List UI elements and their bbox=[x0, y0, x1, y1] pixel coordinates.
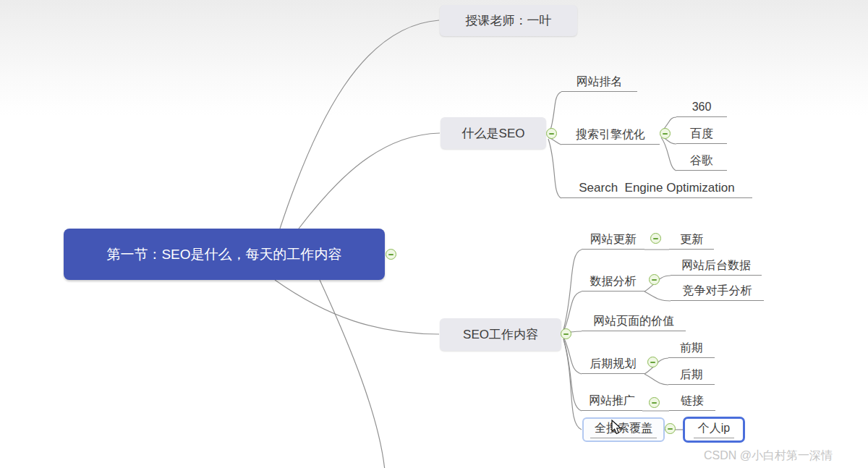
mouse-cursor-icon bbox=[611, 420, 623, 435]
root-topic[interactable]: 第一节：SEO是什么，每天的工作内容 bbox=[64, 229, 385, 280]
wire-lp-later bbox=[644, 374, 668, 385]
wire-root-offscreen bbox=[320, 280, 385, 468]
mindmap-canvas[interactable]: 第一节：SEO是什么，每天的工作内容 授课老师：一叶 什么是SEO 网站排名 搜… bbox=[0, 0, 868, 468]
wire-da-competitor bbox=[644, 292, 671, 301]
topic-links[interactable]: 链接 bbox=[669, 392, 715, 411]
topic-engine-360[interactable]: 360 bbox=[676, 98, 727, 117]
collapse-icon[interactable] bbox=[650, 233, 661, 244]
wire-opt-google bbox=[661, 137, 676, 171]
topic-seo-english[interactable]: Search Engine Optimization bbox=[561, 179, 752, 198]
topic-site-update[interactable]: 网站更新 bbox=[582, 231, 644, 250]
topic-teacher-label: 授课老师：一叶 bbox=[466, 12, 552, 29]
watermark: CSDN @小白村第一深情 bbox=[704, 448, 833, 464]
wire-root-teacher bbox=[280, 20, 439, 229]
topic-engine-google[interactable]: 谷歌 bbox=[676, 152, 727, 171]
topic-teacher[interactable]: 授课老师：一叶 bbox=[440, 5, 577, 36]
topic-later-stage[interactable]: 后期 bbox=[668, 366, 715, 385]
topic-full-search-coverage-label: 全搜索覆盖 bbox=[590, 421, 657, 438]
wire-wis-seo-english bbox=[548, 139, 561, 198]
wire-work-site-update bbox=[563, 250, 582, 330]
collapse-icon[interactable] bbox=[660, 128, 671, 139]
collapse-icon[interactable] bbox=[665, 423, 676, 434]
topic-personal-ip[interactable]: 个人ip bbox=[683, 417, 745, 443]
wire-work-later-planning bbox=[563, 337, 582, 374]
collapse-icon[interactable] bbox=[561, 328, 571, 339]
topic-update[interactable]: 更新 bbox=[669, 231, 714, 250]
topic-later-planning[interactable]: 后期规划 bbox=[582, 355, 644, 374]
wire-work-site-promotion bbox=[563, 339, 582, 411]
collapse-icon[interactable] bbox=[647, 357, 658, 367]
topic-backend-data[interactable]: 网站后台数据 bbox=[671, 257, 762, 276]
topic-what-is-seo[interactable]: 什么是SEO bbox=[441, 117, 546, 149]
collapse-icon[interactable] bbox=[386, 249, 396, 260]
wire-work-data-analysis bbox=[563, 292, 582, 331]
topic-page-value[interactable]: 网站页面的价值 bbox=[582, 312, 686, 331]
collapse-icon[interactable] bbox=[649, 397, 660, 408]
topic-personal-ip-label: 个人ip bbox=[694, 421, 734, 438]
topic-full-search-coverage[interactable]: 全搜索覆盖 bbox=[582, 417, 665, 442]
wire-work-full-search bbox=[563, 339, 582, 430]
wire-root-seo-work bbox=[275, 280, 439, 334]
topic-competitor-analysis[interactable]: 竞争对手分析 bbox=[671, 282, 764, 301]
collapse-icon[interactable] bbox=[649, 274, 660, 285]
topic-what-is-seo-label: 什么是SEO bbox=[462, 125, 525, 142]
collapse-icon[interactable] bbox=[546, 128, 557, 139]
root-topic-label: 第一节：SEO是什么，每天的工作内容 bbox=[106, 245, 341, 264]
wire-root-what-is-seo bbox=[299, 133, 440, 229]
topic-seo-work-label: SEO工作内容 bbox=[463, 326, 538, 343]
topic-search-engine-opt[interactable]: 搜索引擎优化 bbox=[561, 126, 660, 145]
topic-seo-work[interactable]: SEO工作内容 bbox=[440, 318, 561, 351]
topic-engine-baidu[interactable]: 百度 bbox=[676, 125, 727, 144]
topic-site-promotion[interactable]: 网站推广 bbox=[582, 392, 642, 411]
topic-data-analysis[interactable]: 数据分析 bbox=[582, 273, 644, 292]
topic-early-stage[interactable]: 前期 bbox=[668, 339, 715, 358]
topic-site-ranking[interactable]: 网站排名 bbox=[561, 73, 637, 92]
